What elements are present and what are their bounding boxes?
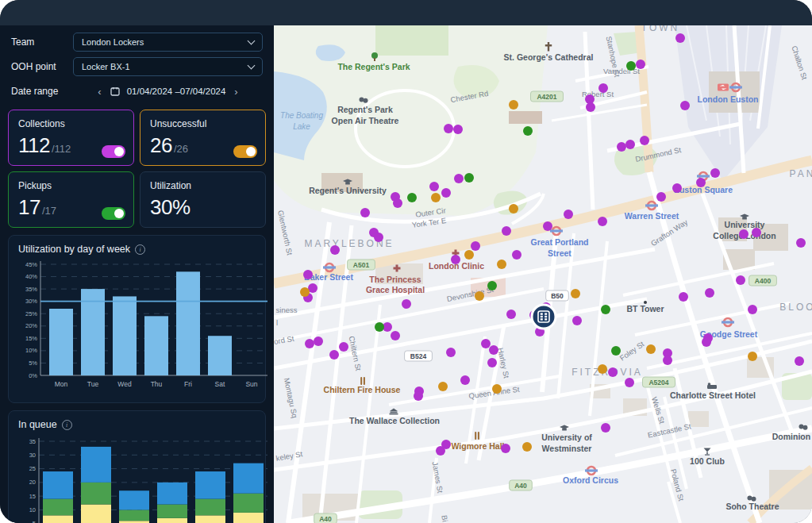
purple-locker-dot[interactable]	[672, 183, 682, 193]
purple-locker-dot[interactable]	[402, 299, 411, 309]
purple-locker-dot[interactable]	[625, 378, 634, 387]
purple-locker-dot[interactable]	[441, 188, 451, 198]
purple-locker-dot[interactable]	[481, 339, 491, 348]
util-bar-wed[interactable]	[113, 296, 137, 375]
purple-locker-dot[interactable]	[598, 83, 608, 93]
purple-locker-dot[interactable]	[305, 339, 314, 348]
purple-locker-dot[interactable]	[487, 358, 497, 367]
orange-locker-dot[interactable]	[646, 344, 656, 354]
util-bar-thu[interactable]	[144, 316, 168, 375]
orange-locker-dot[interactable]	[300, 287, 310, 297]
pickups-toggle[interactable]	[102, 207, 125, 220]
purple-locker-dot[interactable]	[436, 446, 445, 456]
purple-locker-dot[interactable]	[471, 241, 480, 251]
util-bar-mon[interactable]	[49, 309, 73, 375]
purple-locker-dot[interactable]	[617, 142, 626, 152]
purple-locker-dot[interactable]	[736, 275, 745, 285]
orange-locker-dot[interactable]	[438, 382, 448, 391]
orange-locker-dot[interactable]	[475, 291, 484, 301]
purple-locker-dot[interactable]	[675, 33, 685, 43]
date-next-button[interactable]: ›	[233, 87, 239, 97]
purple-locker-dot[interactable]	[502, 226, 511, 236]
purple-locker-dot[interactable]	[543, 221, 552, 231]
orange-locker-dot[interactable]	[748, 352, 757, 361]
green-locker-dot[interactable]	[601, 305, 610, 314]
purple-locker-dot[interactable]	[446, 348, 456, 357]
collections-toggle[interactable]	[102, 145, 125, 158]
purple-locker-dot[interactable]	[625, 140, 635, 149]
purple-locker-dot[interactable]	[489, 345, 498, 355]
purple-locker-dot[interactable]	[444, 124, 453, 133]
green-locker-dot[interactable]	[523, 126, 533, 136]
purple-locker-dot[interactable]	[329, 350, 339, 360]
purple-locker-dot[interactable]	[748, 305, 757, 314]
queue-bar-segment-yellow[interactable]	[157, 518, 187, 523]
green-locker-dot[interactable]	[487, 281, 497, 290]
purple-locker-dot[interactable]	[501, 444, 510, 453]
purple-locker-dot[interactable]	[564, 210, 573, 219]
purple-locker-dot[interactable]	[454, 174, 464, 183]
util-bar-sat[interactable]	[208, 336, 232, 375]
queue-bar-segment-green[interactable]	[43, 499, 73, 516]
queue-bar-segment-blue[interactable]	[81, 447, 111, 483]
purple-locker-dot[interactable]	[391, 331, 400, 340]
date-prev-button[interactable]: ‹	[96, 87, 102, 97]
purple-locker-dot[interactable]	[710, 168, 720, 178]
orange-locker-dot[interactable]	[571, 289, 580, 298]
purple-locker-dot[interactable]	[393, 198, 402, 208]
queue-bar-segment-green[interactable]	[195, 499, 225, 516]
queue-bar-segment-yellow[interactable]	[195, 515, 225, 523]
orange-locker-dot[interactable]	[492, 384, 502, 394]
queue-bar-segment-blue[interactable]	[195, 471, 225, 499]
purple-locker-dot[interactable]	[752, 228, 761, 237]
orange-locker-dot[interactable]	[509, 100, 518, 110]
purple-locker-dot[interactable]	[586, 102, 595, 112]
map-canvas[interactable]: TOWNMARYLEBONEFITZROVIABLOOPANThe Regent…	[274, 25, 812, 523]
green-locker-dot[interactable]	[611, 346, 621, 356]
green-locker-dot[interactable]	[375, 322, 384, 332]
purple-locker-dot[interactable]	[656, 192, 666, 202]
purple-locker-dot[interactable]	[696, 178, 706, 187]
queue-bar-segment-green[interactable]	[157, 505, 187, 518]
team-select[interactable]: London Lockers	[73, 33, 263, 52]
purple-locker-dot[interactable]	[374, 233, 383, 242]
map-container[interactable]: TOWNMARYLEBONEFITZROVIABLOOPANThe Regent…	[274, 25, 812, 523]
purple-locker-dot[interactable]	[636, 60, 645, 69]
purple-locker-dot[interactable]	[608, 367, 618, 377]
purple-locker-dot[interactable]	[572, 316, 582, 325]
purple-locker-dot[interactable]	[512, 250, 521, 260]
green-locker-dot[interactable]	[464, 173, 474, 183]
queue-bar-segment-blue[interactable]	[157, 483, 187, 505]
orange-locker-dot[interactable]	[598, 364, 607, 374]
util-bar-fri[interactable]	[176, 271, 200, 375]
purple-locker-dot[interactable]	[739, 229, 749, 239]
purple-locker-dot[interactable]	[339, 342, 348, 352]
selected-ooh-marker[interactable]	[532, 305, 556, 329]
ooh-point-select[interactable]: Locker BX-1	[73, 57, 263, 76]
purple-locker-dot[interactable]	[414, 391, 423, 401]
purple-locker-dot[interactable]	[702, 337, 711, 347]
green-locker-dot[interactable]	[626, 61, 636, 71]
orange-locker-dot[interactable]	[522, 442, 532, 452]
queue-bar-segment-yellow[interactable]	[43, 515, 73, 523]
info-icon[interactable]: i	[62, 420, 72, 430]
queue-bar-segment-green[interactable]	[119, 510, 149, 521]
purple-locker-dot[interactable]	[451, 255, 460, 264]
orange-locker-dot[interactable]	[509, 204, 518, 213]
info-icon[interactable]: i	[135, 244, 145, 255]
unsuccessful-toggle[interactable]	[233, 145, 257, 158]
queue-bar-segment-blue[interactable]	[119, 490, 149, 510]
queue-bar-segment-green[interactable]	[233, 494, 264, 513]
queue-bar-segment-yellow[interactable]	[233, 513, 264, 523]
purple-locker-dot[interactable]	[460, 375, 470, 385]
purple-locker-dot[interactable]	[598, 217, 607, 226]
purple-locker-dot[interactable]	[679, 292, 688, 302]
purple-locker-dot[interactable]	[314, 336, 323, 346]
purple-locker-dot[interactable]	[506, 310, 516, 319]
purple-locker-dot[interactable]	[795, 356, 804, 366]
purple-locker-dot[interactable]	[360, 208, 370, 217]
orange-locker-dot[interactable]	[464, 250, 474, 260]
purple-locker-dot[interactable]	[640, 136, 649, 145]
purple-locker-dot[interactable]	[453, 125, 463, 134]
purple-locker-dot[interactable]	[680, 101, 690, 110]
